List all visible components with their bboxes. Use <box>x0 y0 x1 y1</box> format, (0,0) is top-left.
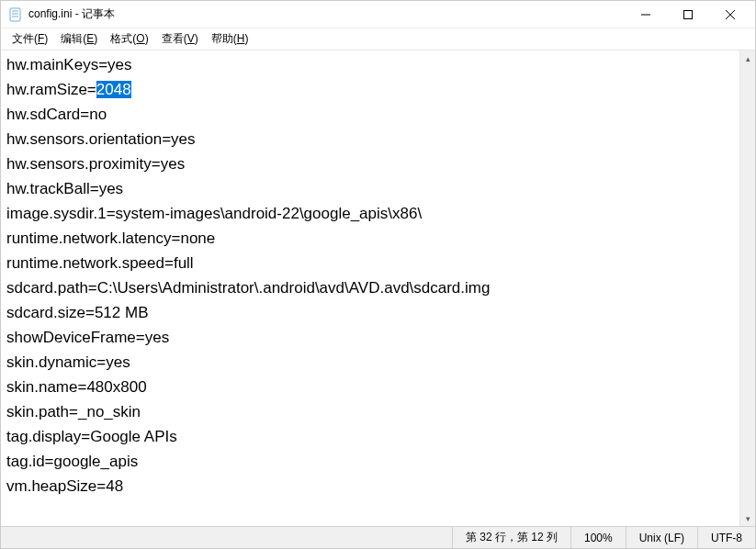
text-line: runtime.network.speed=full <box>6 254 194 272</box>
menu-format[interactable]: 格式(O) <box>107 29 152 49</box>
vertical-scrollbar[interactable]: ▴ ▾ <box>739 50 755 526</box>
svg-rect-0 <box>10 8 20 21</box>
maximize-button[interactable] <box>667 1 709 28</box>
scroll-down-icon[interactable]: ▾ <box>740 510 755 526</box>
text-line: hw.mainKeys=yes <box>6 56 132 73</box>
window-controls <box>625 1 751 28</box>
window-title: config.ini - 记事本 <box>28 6 625 22</box>
window-titlebar: config.ini - 记事本 <box>1 1 755 28</box>
minimize-button[interactable] <box>625 1 667 28</box>
text-line: runtime.network.latency=none <box>6 230 215 247</box>
status-cursor-position: 第 32 行，第 12 列 <box>452 527 570 548</box>
text-line: showDeviceFrame=yes <box>6 329 169 346</box>
scroll-up-icon[interactable]: ▴ <box>740 50 755 66</box>
editor-area: hw.mainKeys=yes hw.ramSize=2048 hw.sdCar… <box>1 50 755 526</box>
text-line: hw.sensors.proximity=yes <box>6 155 185 173</box>
text-line: skin.dynamic=yes <box>6 353 130 371</box>
text-line: tag.id=google_apis <box>6 453 138 470</box>
text-line: image.sysdir.1=system-images\android-22\… <box>6 205 422 222</box>
notepad-icon <box>8 7 23 22</box>
text-line: vm.heapSize=48 <box>6 477 123 495</box>
text-line: tag.display=Google APIs <box>6 428 177 445</box>
menu-edit[interactable]: 编辑(E) <box>57 29 101 49</box>
text-line: sdcard.size=512 MB <box>6 304 149 321</box>
menu-view[interactable]: 查看(V) <box>158 29 202 49</box>
text-line: hw.sdCard=no <box>6 106 107 123</box>
text-editor[interactable]: hw.mainKeys=yes hw.ramSize=2048 hw.sdCar… <box>1 50 739 526</box>
text-line: sdcard.path=C:\Users\Administrator\.andr… <box>6 279 490 297</box>
text-line: hw.ramSize=2048 <box>6 81 131 98</box>
menu-file[interactable]: 文件(F) <box>8 29 51 49</box>
status-spacer <box>1 527 452 548</box>
text-line: hw.trackBall=yes <box>6 180 123 197</box>
close-button[interactable] <box>709 1 751 28</box>
text-line: skin.name=480x800 <box>6 378 147 396</box>
status-zoom: 100% <box>570 527 626 548</box>
menu-help[interactable]: 帮助(H) <box>208 29 253 49</box>
text-line: skin.path=_no_skin <box>6 403 141 420</box>
text-line: hw.sensors.orientation=yes <box>6 130 196 148</box>
status-line-ending: Unix (LF) <box>626 527 697 548</box>
svg-rect-5 <box>684 10 693 18</box>
statusbar: 第 32 行，第 12 列 100% Unix (LF) UTF-8 <box>1 526 755 548</box>
status-encoding: UTF-8 <box>697 527 755 548</box>
text-selection: 2048 <box>96 81 131 98</box>
menubar: 文件(F) 编辑(E) 格式(O) 查看(V) 帮助(H) <box>1 28 755 50</box>
